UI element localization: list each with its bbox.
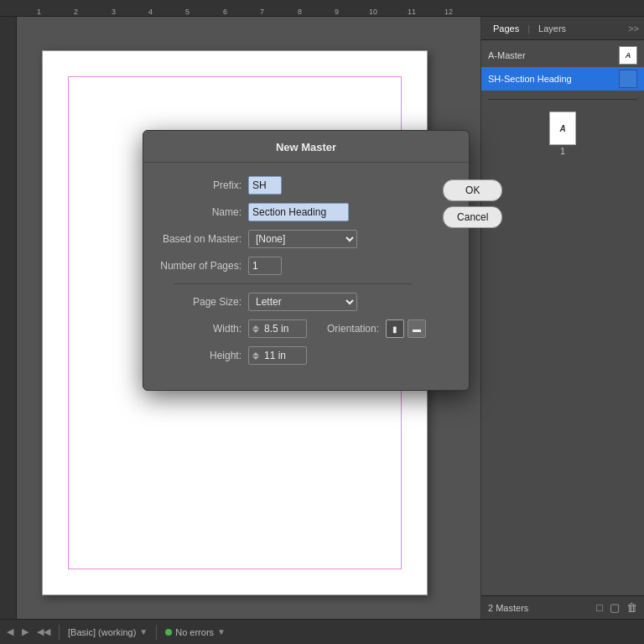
page-size-row: Page Size: Letter A4 A3: [160, 293, 426, 311]
panel-footer-icons: □ ▢ 🗑: [596, 601, 637, 614]
height-spin[interactable]: [252, 346, 259, 365]
prefix-label: Prefix:: [160, 179, 248, 191]
dialog-buttons: OK Cancel: [443, 176, 502, 373]
pages-item-amaster[interactable]: A-Master A: [481, 44, 644, 67]
right-panel: Pages | Layers >> A-Master A SH-Section …: [480, 17, 644, 619]
tab-pages[interactable]: Pages: [486, 20, 526, 37]
name-input[interactable]: [248, 203, 349, 221]
orientation-label: Orientation:: [327, 323, 379, 335]
landscape-button[interactable]: ▬: [408, 319, 426, 338]
width-label: Width:: [160, 323, 248, 335]
pages-item-sh-label: SH-Section Heading: [488, 74, 572, 84]
page-size-label: Page Size:: [160, 296, 248, 308]
next-page-icon[interactable]: ▶: [22, 626, 29, 637]
delete-master-icon[interactable]: 🗑: [626, 601, 637, 614]
width-up-arrow[interactable]: [252, 325, 259, 329]
pages-item-amaster-label: A-Master: [488, 50, 526, 60]
status-sep-1: [59, 625, 60, 640]
status-bar: ◀ ▶ ◀◀ [Basic] (working) ▼ No errors ▼: [0, 619, 644, 644]
panel-tabs-bar: Pages | Layers >>: [481, 17, 644, 40]
pages-divider: [488, 99, 637, 100]
orientation-group: Orientation: ▮ ▬: [327, 319, 426, 338]
portrait-icon: ▮: [392, 325, 397, 334]
prev-page-icon[interactable]: ◀: [7, 626, 13, 637]
width-row: Width: 8.5 in Orientation: ▮: [160, 319, 426, 338]
num-pages-input[interactable]: [248, 257, 282, 275]
landscape-icon: ▬: [413, 325, 421, 334]
height-value: 11 in: [264, 350, 286, 361]
mode-dropdown-icon[interactable]: ▼: [139, 627, 148, 636]
dialog-content: Prefix: Name: Based on Master: [None] A-…: [143, 163, 469, 373]
dialog-title: New Master: [143, 131, 469, 163]
panel-footer: 2 Masters □ ▢ 🗑: [481, 595, 644, 619]
errors-label: No errors: [175, 627, 214, 637]
masters-count: 2 Masters: [488, 603, 528, 613]
num-pages-row: Number of Pages:: [160, 257, 426, 275]
height-down-arrow[interactable]: [252, 356, 259, 360]
page-number-1: 1: [560, 147, 565, 156]
page-size-select[interactable]: Letter A4 A3: [248, 293, 357, 311]
new-master-dialog: New Master Prefix: Name: Based on Master…: [143, 130, 470, 391]
name-label: Name:: [160, 206, 248, 218]
height-label: Height:: [160, 350, 248, 361]
width-field[interactable]: 8.5 in: [248, 319, 307, 338]
width-spin[interactable]: [252, 319, 259, 338]
based-on-row: Based on Master: [None] A-Master: [160, 230, 426, 248]
width-value: 8.5 in: [264, 323, 288, 335]
prefix-input[interactable]: [248, 176, 282, 195]
dialog-fields: Prefix: Name: Based on Master: [None] A-…: [160, 176, 426, 373]
page-thumbnails: A 1: [481, 105, 644, 166]
height-up-arrow[interactable]: [252, 352, 259, 356]
copy-master-icon[interactable]: □: [596, 601, 603, 614]
tab-divider: |: [527, 23, 530, 34]
errors-dropdown-icon[interactable]: ▼: [217, 627, 226, 636]
page-thumb-box-1: A: [549, 112, 576, 145]
height-row: Height: 11 in: [160, 346, 426, 365]
dialog-hr: [174, 283, 413, 284]
height-field[interactable]: 11 in: [248, 346, 307, 365]
cancel-button[interactable]: Cancel: [443, 206, 502, 228]
errors-indicator[interactable]: No errors ▼: [165, 627, 226, 637]
ruler-horizontal: 1 2 3 4 5 6 7 8 9 10 11 12: [0, 0, 644, 17]
status-sep-2: [156, 625, 157, 640]
tab-layers[interactable]: Layers: [532, 20, 573, 37]
based-on-select[interactable]: [None] A-Master: [248, 230, 357, 248]
portrait-button[interactable]: ▮: [386, 319, 404, 338]
panel-expand-icon[interactable]: >>: [628, 23, 639, 34]
pages-item-amaster-thumb: A: [619, 46, 637, 65]
based-on-label: Based on Master:: [160, 233, 248, 245]
errors-dot: [165, 629, 172, 636]
name-row: Name:: [160, 203, 426, 221]
page-thumb-1: A 1: [549, 112, 576, 156]
prefix-row: Prefix:: [160, 176, 426, 195]
mode-label: [Basic] (working): [68, 627, 136, 637]
num-pages-label: Number of Pages:: [160, 260, 248, 272]
pages-item-sh[interactable]: SH-Section Heading: [481, 67, 644, 91]
new-master-icon[interactable]: ▢: [610, 601, 620, 614]
pages-item-sh-thumb: [619, 70, 637, 88]
prev-spread-icon[interactable]: ◀◀: [37, 626, 50, 637]
ruler-vertical: [0, 17, 17, 619]
mode-indicator[interactable]: [Basic] (working) ▼: [68, 627, 148, 637]
width-down-arrow[interactable]: [252, 330, 259, 333]
ok-button[interactable]: OK: [443, 179, 502, 201]
pages-list: A-Master A SH-Section Heading: [481, 40, 644, 94]
